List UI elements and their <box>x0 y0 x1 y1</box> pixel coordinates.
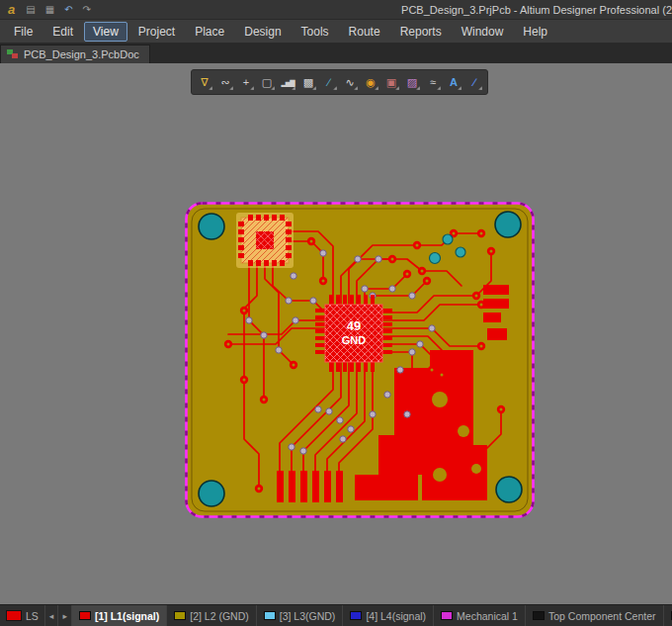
layer-tab-l1[interactable]: [1] L1(signal) <box>72 605 167 626</box>
layer-tab-l3[interactable]: [3] L3(GND) <box>257 605 344 626</box>
menu-project[interactable]: Project <box>129 22 184 42</box>
menu-window[interactable]: Window <box>453 22 513 42</box>
layer-swatch <box>174 611 186 620</box>
pcb-board-view[interactable]: 49 GND <box>185 202 535 518</box>
layer-swatch <box>350 611 362 620</box>
layer-tab-top-component-center[interactable]: Top Component Center <box>526 605 664 626</box>
layer-swatch <box>533 611 545 620</box>
pencil-icon: ∕ <box>328 77 330 88</box>
layer-label: [3] L3(GND) <box>280 610 336 622</box>
waveform-icon: ≈ <box>430 77 436 88</box>
scroll-layers-left-button[interactable]: ◂ <box>45 605 59 626</box>
menu-reports[interactable]: Reports <box>391 22 451 42</box>
polygon-pour-button[interactable]: ▩ <box>298 72 318 92</box>
area-select-button[interactable]: ▢ <box>257 72 277 92</box>
center-chip[interactable]: 49 GND <box>315 295 392 372</box>
layer-swatch <box>441 611 453 620</box>
layer-label: [1] L1(signal) <box>95 610 159 622</box>
chip-label-line2: GND <box>342 334 367 346</box>
line-icon: ∕ <box>473 77 475 88</box>
right-arrow-icon: ▸ <box>62 611 67 621</box>
tab-label: PCB_Design_3.PcbDoc <box>24 48 139 60</box>
menu-edit[interactable]: Edit <box>43 22 82 42</box>
via-button[interactable]: ◉ <box>361 72 380 92</box>
pcb-editor-canvas[interactable]: ∇ ∾ + ▢ ▂▅▇ ▩ ∕ ∿ ◉ ▣ ▨ ≈ A ∕ <box>0 63 672 604</box>
mounting-hole <box>199 214 224 239</box>
document-tab-bar: PCB_Design_3.PcbDoc <box>0 44 672 63</box>
snap-button[interactable]: ∾ <box>215 72 235 92</box>
layer-set-label: LS <box>26 610 39 622</box>
active-bar-toolbar: ∇ ∾ + ▢ ▂▅▇ ▩ ∕ ∿ ◉ ▣ ▨ ≈ A ∕ <box>191 69 488 95</box>
menu-bar: File Edit View Project Place Design Tool… <box>0 20 672 44</box>
undo-icon[interactable]: ↶ <box>59 4 77 15</box>
menu-file[interactable]: File <box>5 22 42 42</box>
menu-tools[interactable]: Tools <box>293 22 338 42</box>
layer-label: [2] L2 (GND) <box>190 610 249 622</box>
signal-button[interactable]: ≈ <box>423 72 443 92</box>
mask-button[interactable]: ▨ <box>402 72 422 92</box>
draw-button[interactable]: ∕ <box>319 72 339 92</box>
line-button[interactable]: ∕ <box>464 72 484 92</box>
mounting-hole <box>495 212 521 237</box>
mounting-hole <box>496 477 522 502</box>
layer-label: Mechanical 1 <box>457 610 518 622</box>
histogram-icon: ▂▅▇ <box>281 79 294 86</box>
layer-tab-mechanical1[interactable]: Mechanical 1 <box>434 605 526 626</box>
move-button[interactable]: + <box>236 72 256 92</box>
layer-label: Top Component Center <box>548 610 656 622</box>
layer-set-indicator[interactable]: LS <box>0 605 45 626</box>
chip-label-line1: 49 <box>347 318 361 333</box>
snapshot-button[interactable]: ▣ <box>381 72 401 92</box>
arc-icon: ∿ <box>345 77 354 88</box>
filter-icon: ∇ <box>201 77 208 88</box>
menu-place[interactable]: Place <box>186 22 233 42</box>
title-bar: a ▤ ▦ ↶ ↷ PCB_Design_3.PrjPcb - Altium D… <box>0 0 672 20</box>
left-arrow-icon: ◂ <box>49 611 54 621</box>
crosshair-icon: + <box>243 77 249 88</box>
current-layer-swatch <box>6 610 22 621</box>
layer-swatch <box>264 611 276 620</box>
selection-icon: ▢ <box>262 77 272 88</box>
menu-design[interactable]: Design <box>235 22 290 42</box>
text-icon: A <box>450 77 458 88</box>
layer-label: [4] L4(signal) <box>366 610 426 622</box>
snap-icon: ∾ <box>220 77 229 88</box>
layer-swatch <box>79 611 91 620</box>
pcbdoc-icon <box>7 49 19 59</box>
layer-tab-bottom-assembly[interactable]: Bottom Assembly <box>664 605 672 626</box>
tab-pcbdoc[interactable]: PCB_Design_3.PcbDoc <box>0 45 150 63</box>
mounting-hole <box>199 481 224 506</box>
panels-icon[interactable]: ▤ <box>21 4 40 15</box>
menu-help[interactable]: Help <box>514 22 556 42</box>
scroll-layers-right-button[interactable]: ▸ <box>58 605 72 626</box>
altium-logo: a <box>0 2 21 17</box>
pour-icon: ▩ <box>303 77 313 88</box>
filter-button[interactable]: ∇ <box>195 72 214 92</box>
text-button[interactable]: A <box>444 72 463 92</box>
highlighted-component[interactable] <box>236 213 294 268</box>
arc-button[interactable]: ∿ <box>340 72 360 92</box>
window-title: PCB_Design_3.PrjPcb - Altium Designer Pr… <box>391 0 672 20</box>
menu-route[interactable]: Route <box>340 22 389 42</box>
histogram-button[interactable]: ▂▅▇ <box>278 72 297 92</box>
redo-icon[interactable]: ↷ <box>78 4 96 15</box>
layer-tab-l2[interactable]: [2] L2 (GND) <box>167 605 257 626</box>
layer-tab-l4[interactable]: [4] L4(signal) <box>343 605 434 626</box>
menu-view[interactable]: View <box>84 22 127 42</box>
layer-status-bar: LS ◂ ▸ [1] L1(signal) [2] L2 (GND) [3] L… <box>0 604 672 626</box>
camera-icon: ▣ <box>386 77 396 88</box>
via-icon: ◉ <box>366 77 376 88</box>
save-icon[interactable]: ▦ <box>41 4 59 15</box>
mask-icon: ▨ <box>407 77 417 88</box>
